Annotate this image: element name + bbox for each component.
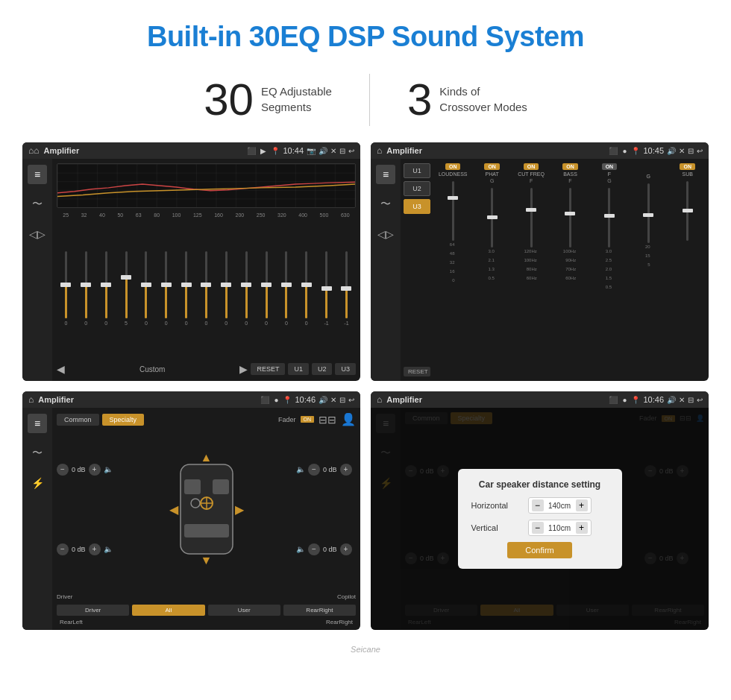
vertical-plus-btn[interactable]: + xyxy=(576,522,588,534)
horizontal-minus-btn[interactable]: − xyxy=(532,499,544,511)
close-icon-2[interactable]: ✕ xyxy=(679,147,685,155)
screen-icon-3[interactable]: ⊟ xyxy=(339,396,345,404)
preset-u1[interactable]: U1 xyxy=(404,163,430,178)
prev-preset-button[interactable]: ◀ xyxy=(57,363,65,375)
slider-7[interactable]: 0 xyxy=(197,219,216,357)
arrow-up[interactable]: ▲ xyxy=(201,451,213,464)
on-badge-bass[interactable]: ON xyxy=(562,163,578,170)
time-1: 10:44 xyxy=(283,146,304,155)
slider-11[interactable]: 0 xyxy=(277,219,295,357)
reset-dsp[interactable]: RESET xyxy=(404,367,430,376)
arrow-down[interactable]: ▼ xyxy=(201,554,213,567)
on-badge-loudness[interactable]: ON xyxy=(445,163,461,170)
vertical-minus-btn[interactable]: − xyxy=(532,522,544,534)
btn-user[interactable]: User xyxy=(208,605,280,616)
screen-icon-2[interactable]: ⊟ xyxy=(688,147,694,155)
vertical-label: Vertical xyxy=(471,523,524,532)
next-preset-button[interactable]: ▶ xyxy=(239,363,248,375)
sidebar-eq-icon-3[interactable]: ≡ xyxy=(28,414,47,433)
screen-icon-4[interactable]: ⊟ xyxy=(688,396,694,404)
slider-12[interactable]: 0 xyxy=(297,219,316,357)
on-badge-f[interactable]: ON xyxy=(602,163,618,170)
slider-6[interactable]: 0 xyxy=(177,219,195,357)
on-badge-sub[interactable]: ON xyxy=(680,163,695,170)
sidebar-wave-icon-3[interactable]: 〜 xyxy=(28,444,47,463)
on-badge-cutfreq[interactable]: ON xyxy=(524,163,539,170)
on-badge-phat[interactable]: ON xyxy=(484,163,500,170)
speaker-diagram: ▲ ▼ ◀ ▶ xyxy=(122,429,290,589)
volume-icon-3[interactable]: 🔊 xyxy=(319,396,327,404)
preset-u3[interactable]: U3 xyxy=(404,199,430,214)
fr-minus-btn[interactable]: − xyxy=(308,464,320,476)
slider-4[interactable]: 0 xyxy=(137,219,155,357)
close-icon-3[interactable]: ✕ xyxy=(330,396,336,404)
slider-8[interactable]: 0 xyxy=(217,219,236,357)
sidebar-bluetooth-icon[interactable]: ⚡ xyxy=(28,473,47,493)
slider-0[interactable]: 0 xyxy=(57,219,75,357)
btn-all[interactable]: All xyxy=(132,605,204,616)
volume-icon-4[interactable]: 🔊 xyxy=(667,396,676,404)
reset-button-1[interactable]: RESET xyxy=(251,363,285,375)
fader-slider-icon[interactable]: ⊟⊟ xyxy=(319,414,336,426)
sidebar-eq-icon-2[interactable]: ≡ xyxy=(376,165,395,184)
back-icon-1[interactable]: ↩ xyxy=(348,147,354,155)
location-icon-3: 📍 xyxy=(283,396,292,404)
back-icon-4[interactable]: ↩ xyxy=(697,396,703,404)
rr-plus-btn[interactable]: + xyxy=(340,543,352,555)
arrow-right[interactable]: ▶ xyxy=(235,502,244,517)
slider-9[interactable]: 0 xyxy=(237,219,256,357)
ch-track-g[interactable] xyxy=(647,183,650,243)
u2-button[interactable]: U2 xyxy=(312,363,333,375)
home-icon-4[interactable]: ⌂ xyxy=(377,394,382,405)
close-icon-1[interactable]: ✕ xyxy=(330,147,336,155)
arrow-left[interactable]: ◀ xyxy=(169,502,178,517)
confirm-button[interactable]: Confirm xyxy=(507,542,572,558)
volume-icon-2[interactable]: 🔊 xyxy=(667,147,676,155)
ch-track-f[interactable] xyxy=(608,188,610,247)
vertical-stepper[interactable]: − 110cm + xyxy=(528,520,592,536)
ch-track-bass[interactable] xyxy=(569,188,571,247)
ch-track-sub[interactable] xyxy=(686,181,688,241)
slider-14[interactable]: -1 xyxy=(337,219,356,357)
slider-10[interactable]: 0 xyxy=(257,219,276,357)
volume-icon-1[interactable]: 🔊 xyxy=(319,147,327,155)
fr-plus-btn[interactable]: + xyxy=(340,464,352,476)
sidebar-eq-icon[interactable]: ≡ xyxy=(28,165,47,184)
slider-1[interactable]: 0 xyxy=(77,219,95,357)
sidebar-vol-icon[interactable]: ◁▷ xyxy=(28,224,47,244)
home-icon-2[interactable]: ⌂ xyxy=(377,145,382,156)
fader-on-badge[interactable]: ON xyxy=(301,416,315,423)
rr-minus-btn[interactable]: − xyxy=(308,543,320,555)
rl-plus-btn[interactable]: + xyxy=(89,543,101,555)
slider-3[interactable]: 5 xyxy=(117,219,136,357)
horizontal-plus-btn[interactable]: + xyxy=(576,499,588,511)
sidebar-wave-icon-2[interactable]: 〜 xyxy=(376,195,395,214)
btn-rearright[interactable]: RearRight xyxy=(283,605,356,616)
screen-icon-1[interactable]: ⊟ xyxy=(339,147,345,155)
close-icon-4[interactable]: ✕ xyxy=(679,396,685,404)
fl-minus-btn[interactable]: − xyxy=(57,464,69,476)
freq-labels: 2532405063 80100125160200 25032040050063… xyxy=(57,211,356,219)
btn-driver[interactable]: Driver xyxy=(57,605,129,616)
sidebar-vol-icon-2[interactable]: ◁▷ xyxy=(376,224,395,244)
tab-specialty-3[interactable]: Specialty xyxy=(102,414,145,426)
back-icon-2[interactable]: ↩ xyxy=(697,147,703,155)
slider-13[interactable]: -1 xyxy=(317,219,336,357)
tab-common-3[interactable]: Common xyxy=(57,414,99,426)
back-icon-3[interactable]: ↩ xyxy=(348,396,354,404)
ch-track-loudness[interactable] xyxy=(452,181,454,241)
sidebar-wave-icon[interactable]: 〜 xyxy=(28,195,47,214)
u3-button[interactable]: U3 xyxy=(335,363,356,375)
preset-u2[interactable]: U2 xyxy=(404,181,430,196)
home-icon-3[interactable]: ⌂ xyxy=(28,394,34,405)
rl-minus-btn[interactable]: − xyxy=(57,543,69,555)
slider-5[interactable]: 0 xyxy=(157,219,175,357)
ch-track-cutfreq[interactable] xyxy=(530,188,533,247)
horizontal-stepper[interactable]: − 140cm + xyxy=(528,497,592,514)
home-icon-1[interactable]: ⌂ xyxy=(28,145,40,156)
ch-track-phat[interactable] xyxy=(491,188,493,247)
play-icon-1[interactable]: ▶ xyxy=(260,147,266,155)
fl-plus-btn[interactable]: + xyxy=(89,464,101,476)
u1-button[interactable]: U1 xyxy=(288,363,309,375)
slider-2[interactable]: 0 xyxy=(97,219,116,357)
